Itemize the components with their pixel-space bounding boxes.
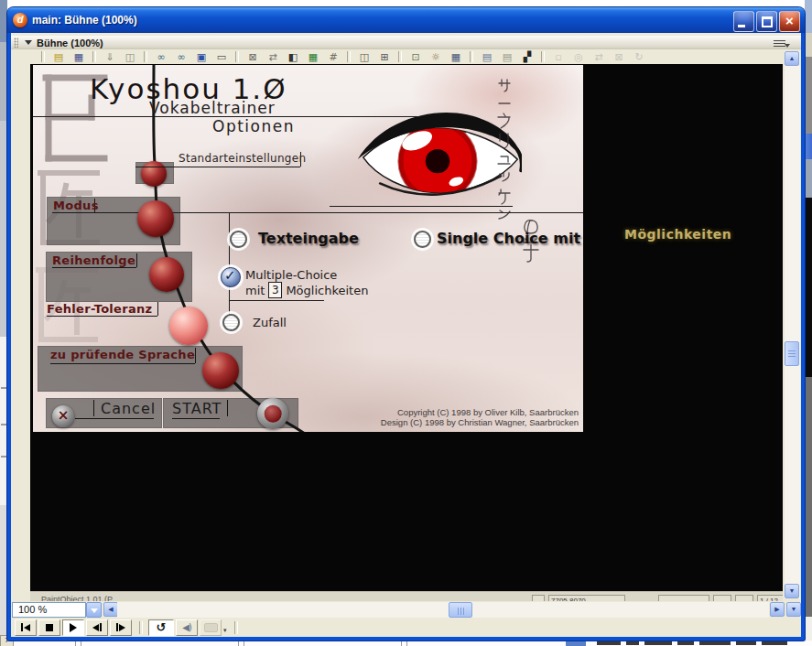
radio-zufall-label[interactable]: Zufall <box>253 316 287 329</box>
stop-icon <box>46 624 53 631</box>
toolbar: ▤▦⇓◫∞∞▣▭⊠⇄◧▦#◫⊞⊡☼▦▤▤▞▫◎⇄⊠↻ <box>11 49 801 64</box>
step-back-icon <box>92 623 102 631</box>
corner-scroll-down-button[interactable]: ▼ <box>786 602 801 617</box>
panel-gripper-icon[interactable] <box>14 38 18 48</box>
script-alt-icon[interactable]: ▤ <box>500 51 514 63</box>
desktop-fragment-right <box>805 33 812 57</box>
sphere-button-fehlertoleranz[interactable] <box>169 307 208 345</box>
horizontal-scroll-track[interactable] <box>117 602 769 618</box>
sphere-button-start[interactable] <box>257 398 288 429</box>
remove-frame-icon: ⊠ <box>612 51 626 63</box>
loop-button[interactable] <box>148 619 174 636</box>
mit-label: mit <box>245 284 265 297</box>
scroll-down-button[interactable]: ▼ <box>785 584 799 598</box>
play-button[interactable] <box>62 619 84 636</box>
desktop-fragment-left <box>0 337 7 505</box>
preview-1-icon[interactable]: ∞ <box>154 51 168 63</box>
sphere-button-modus[interactable] <box>137 200 174 237</box>
duplicate-icon[interactable]: ◫ <box>123 51 137 63</box>
zoom-scroll-row: 100 % ◀ ▶ ▼ <box>11 601 801 619</box>
stop-button[interactable] <box>38 619 60 636</box>
copyright-notice: Copyright (C) 1998 by Oliver Kilb, Saarb… <box>308 407 579 427</box>
fill-half-icon[interactable]: ◧ <box>286 51 300 63</box>
volume-options-caret-icon[interactable]: ▾ <box>223 627 227 634</box>
registration-point-icon[interactable]: # <box>326 51 341 63</box>
scroll-left-button[interactable]: ◀ <box>103 602 118 617</box>
color-palette-icon[interactable]: ▦ <box>306 51 320 63</box>
toolbar-separator <box>541 51 545 62</box>
capture-icon <box>204 623 218 632</box>
stage-workarea: 巨匠 <box>11 64 801 591</box>
start-button-label[interactable]: START <box>172 400 222 417</box>
flash-movie-stage: 巨匠 <box>33 65 583 432</box>
vertical-scroll-thumb[interactable] <box>785 341 799 366</box>
window-titlebar[interactable]: d main: Bühne (100%) <box>7 7 805 33</box>
radio-texteingabe-label[interactable]: Texteingabe <box>258 230 359 247</box>
radio-single-choice[interactable] <box>414 231 431 248</box>
label-sprache[interactable]: zu prüfende Sprache <box>50 348 195 361</box>
new-movie-icon[interactable]: ▤ <box>51 51 66 63</box>
image-cursor-icon[interactable]: ⊡ <box>408 51 423 63</box>
save-icon[interactable]: ▦ <box>71 51 86 63</box>
stage-pasteboard: 巨匠 <box>30 64 783 591</box>
no-fill-icon[interactable]: ⊠ <box>245 51 260 63</box>
radio-multiple-choice-label[interactable]: Multiple-Choice <box>245 268 337 282</box>
label-reihenfolge[interactable]: Reihenfolge <box>52 253 135 267</box>
panel-title: Bühne (100%) <box>37 38 103 48</box>
radio-multiple-choice-checked[interactable] <box>221 267 241 287</box>
collapse-arrow-icon[interactable] <box>25 40 32 45</box>
step-forward-icon <box>116 623 125 631</box>
horizontal-scroll-thumb[interactable] <box>449 602 472 618</box>
navigation-curve <box>33 65 583 432</box>
toolbar-separator <box>398 51 402 62</box>
vertical-scrollbar[interactable]: ▲ ▼ <box>785 51 800 598</box>
desktop-fragment-right <box>805 198 812 377</box>
label-fehler-toleranz[interactable]: Fehler-Toleranz <box>47 302 152 316</box>
cancel-button-label[interactable]: Cancel <box>101 400 156 417</box>
radio-texteingabe[interactable] <box>230 231 247 248</box>
stack-boxes-icon[interactable]: ◫ <box>357 51 372 63</box>
wand-icon[interactable]: ☼ <box>428 51 443 63</box>
under-eye-line <box>330 206 513 207</box>
sphere-button-defaults[interactable] <box>141 161 167 187</box>
preview-2-icon[interactable]: ∞ <box>174 51 189 63</box>
desktop-fragment-right <box>805 134 812 159</box>
toolbar-separator <box>470 51 473 62</box>
label-standarteinstellungen[interactable]: Standarteinstellungen <box>179 152 306 165</box>
scroll-up-button[interactable]: ▲ <box>785 51 799 66</box>
desktop-fragment-left <box>0 42 7 121</box>
volume-icon <box>182 622 191 632</box>
script-icon[interactable]: ▤ <box>480 51 494 63</box>
sphere-button-reihenfolge[interactable] <box>149 257 184 292</box>
close-button[interactable] <box>779 11 800 32</box>
zoom-dropdown-button[interactable] <box>86 602 102 618</box>
panel-header: Bühne (100%) <box>11 36 801 50</box>
score-grid-icon[interactable]: ▦ <box>449 51 463 63</box>
exchange-icon[interactable]: ⇄ <box>265 51 280 63</box>
sprite-overlay-icon: ◎ <box>571 51 586 63</box>
text-tool-icon[interactable]: ▞ <box>520 51 535 63</box>
label-modus[interactable]: Modus <box>53 199 99 212</box>
stage-left-margin <box>11 64 30 591</box>
scroll-right-button[interactable]: ▶ <box>770 602 785 617</box>
publish-icon[interactable]: ▣ <box>194 51 209 63</box>
text-field-icon[interactable]: ▭ <box>214 51 229 63</box>
maximize-button[interactable] <box>756 11 777 32</box>
toolbar-separator <box>144 51 147 62</box>
count-input[interactable]: 3 <box>268 282 282 298</box>
sphere-button-sprache[interactable] <box>202 352 239 389</box>
radio-zufall[interactable] <box>222 314 240 331</box>
sphere-button-cancel[interactable]: × <box>52 405 74 427</box>
minimize-button[interactable] <box>733 11 754 32</box>
import-icon[interactable]: ⇓ <box>103 51 117 63</box>
volume-button[interactable] <box>176 619 198 636</box>
step-back-button[interactable] <box>86 619 108 636</box>
rewind-icon <box>21 623 30 631</box>
step-forward-button[interactable] <box>110 619 132 636</box>
panel-menu-icon[interactable] <box>774 38 786 48</box>
zoom-level-field[interactable]: 100 % <box>12 602 86 618</box>
radio-single-choice-label[interactable]: Single Choice mit <box>437 230 580 247</box>
add-frame-icon[interactable]: ⊞ <box>377 51 392 63</box>
rewind-button[interactable] <box>15 619 37 636</box>
toolbar-separator <box>347 51 351 62</box>
